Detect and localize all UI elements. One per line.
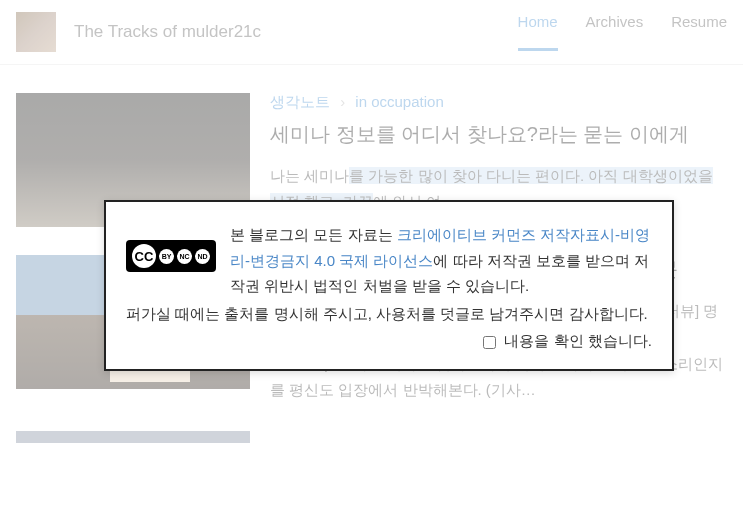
cc-license-icon: CC BY NC ND bbox=[126, 240, 216, 272]
license-modal: CC BY NC ND 본 블로그의 모든 자료는 크리에이티브 커먼즈 저작자… bbox=[104, 200, 674, 371]
confirm-label[interactable]: 내용을 확인 했습니다. bbox=[483, 332, 652, 349]
confirm-checkbox[interactable] bbox=[483, 336, 496, 349]
modal-body-text: 본 블로그의 모든 자료는 크리에이티브 커먼즈 저작자표시-비영리-변경금지 … bbox=[230, 222, 652, 299]
modal-secondary-text: 퍼가실 때에는 출처를 명시해 주시고, 사용처를 덧글로 남겨주시면 감사합니… bbox=[126, 301, 652, 327]
